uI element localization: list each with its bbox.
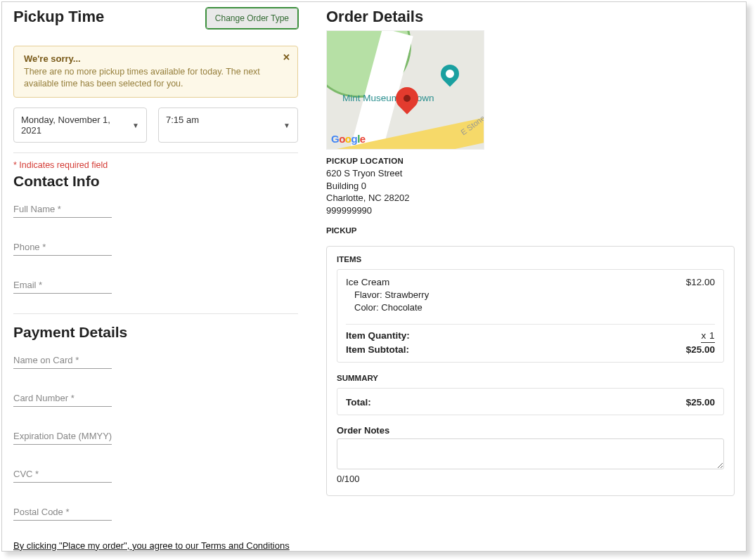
- item-price: $12.00: [686, 277, 715, 287]
- total-value: $25.00: [686, 397, 715, 408]
- chevron-down-icon: ▼: [132, 121, 139, 129]
- expiration-date-field[interactable]: [13, 426, 112, 445]
- item-option-color: Color: Chocolate: [354, 302, 715, 313]
- pickup-time-value: 7:15 am: [166, 115, 199, 125]
- pickup-location-heading: PICKUP LOCATION: [326, 157, 735, 165]
- terms-link[interactable]: By clicking "Place my order", you agree …: [13, 540, 298, 551]
- alert-box: ✕ We're sorry... There are no more picku…: [13, 46, 298, 98]
- name-on-card-field[interactable]: [13, 351, 112, 369]
- contact-info-heading: Contact Info: [13, 173, 298, 190]
- address-line-3: Charlotte, NC 28202: [326, 192, 735, 204]
- cvc-field[interactable]: [13, 464, 112, 483]
- address-line-1: 620 S Tryon Street: [326, 167, 735, 180]
- order-panel: ITEMS Ice Cream $12.00 Flavor: Strawberr…: [326, 246, 735, 496]
- items-heading: ITEMS: [337, 255, 724, 263]
- chevron-down-icon: ▼: [283, 121, 290, 129]
- postal-code-field[interactable]: [13, 502, 112, 521]
- pickup-method-label: PICKUP: [326, 226, 735, 235]
- pickup-time-heading: Pickup Time: [13, 8, 104, 26]
- alert-message: There are no more pickup times available…: [24, 66, 276, 90]
- pickup-time-select[interactable]: 7:15 am ▼: [158, 108, 298, 143]
- payment-details-heading: Payment Details: [13, 324, 298, 341]
- item-name: Ice Cream: [346, 277, 389, 287]
- item-quantity-label: Item Quantity:: [346, 330, 410, 343]
- change-order-type-button[interactable]: Change Order Type: [206, 8, 298, 29]
- order-item: Ice Cream $12.00 Flavor: Strawberry Colo…: [337, 269, 724, 363]
- item-option-flavor: Flavor: Strawberry: [354, 289, 715, 300]
- alert-title: We're sorry...: [24, 53, 276, 64]
- full-name-field[interactable]: [13, 200, 112, 218]
- close-icon[interactable]: ✕: [283, 52, 290, 63]
- notes-counter: 0/100: [337, 474, 724, 484]
- item-subtotal-label: Item Subtotal:: [346, 344, 409, 355]
- email-field[interactable]: [13, 275, 112, 294]
- total-label: Total:: [346, 397, 371, 408]
- order-details-heading: Order Details: [326, 8, 735, 26]
- order-notes-input[interactable]: [337, 438, 724, 469]
- map-poi-icon: [437, 61, 463, 87]
- summary-card: Total: $25.00: [337, 388, 724, 415]
- pickup-date-select[interactable]: Monday, November 1, 2021 ▼: [13, 108, 147, 143]
- pickup-date-value: Monday, November 1, 2021: [21, 115, 110, 136]
- item-subtotal-value: $25.00: [686, 344, 715, 355]
- phone-field[interactable]: [13, 237, 112, 256]
- google-logo: Google: [331, 133, 366, 145]
- required-field-note: * Indicates required field: [13, 160, 298, 170]
- map-poi-label: Mint Museum Uptown: [342, 93, 434, 103]
- item-quantity-value: x 1: [701, 330, 715, 343]
- address-line-2: Building 0: [326, 180, 735, 193]
- card-number-field[interactable]: [13, 389, 112, 407]
- summary-heading: SUMMARY: [337, 374, 724, 382]
- pickup-map[interactable]: Mint Museum Uptown E Stone Google: [326, 30, 484, 150]
- address-phone: 999999990: [326, 204, 735, 217]
- order-notes-label: Order Notes: [337, 425, 724, 436]
